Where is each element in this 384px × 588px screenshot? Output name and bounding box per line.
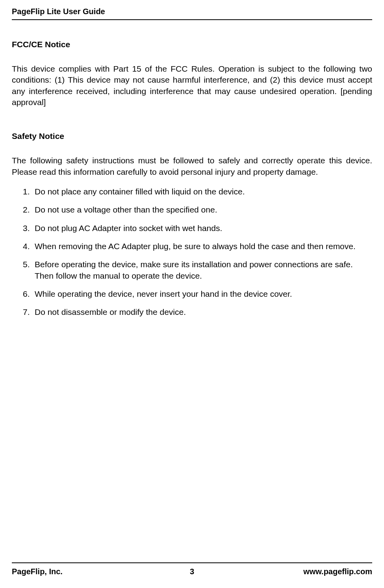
footer-page-number: 3 xyxy=(190,567,194,576)
header-title: PageFlip Lite User Guide xyxy=(12,7,372,16)
list-item: When removing the AC Adapter plug, be su… xyxy=(23,241,372,252)
list-item: While operating the device, never insert… xyxy=(23,288,372,300)
safety-intro: The following safety instructions must b… xyxy=(12,155,372,178)
page-content: FCC/CE Notice This device complies with … xyxy=(12,20,372,318)
page-header: PageFlip Lite User Guide xyxy=(12,0,372,20)
safety-list: Do not place any container filled with l… xyxy=(12,186,372,318)
page-footer: PageFlip, Inc. 3 www.pageflip.com xyxy=(12,562,372,576)
list-item: Before operating the device, make sure i… xyxy=(23,259,372,281)
footer-company: PageFlip, Inc. xyxy=(12,567,63,576)
fcc-heading: FCC/CE Notice xyxy=(12,40,372,49)
list-item: Do not place any container filled with l… xyxy=(23,186,372,197)
list-item: Do not disassemble or modify the device. xyxy=(23,307,372,318)
fcc-body: This device complies with Part 15 of the… xyxy=(12,63,372,108)
safety-heading: Safety Notice xyxy=(12,131,372,141)
footer-url: www.pageflip.com xyxy=(303,567,372,576)
list-item: Do not use a voltage other than the spec… xyxy=(23,204,372,215)
list-item: Do not plug AC Adapter into socket with … xyxy=(23,223,372,234)
